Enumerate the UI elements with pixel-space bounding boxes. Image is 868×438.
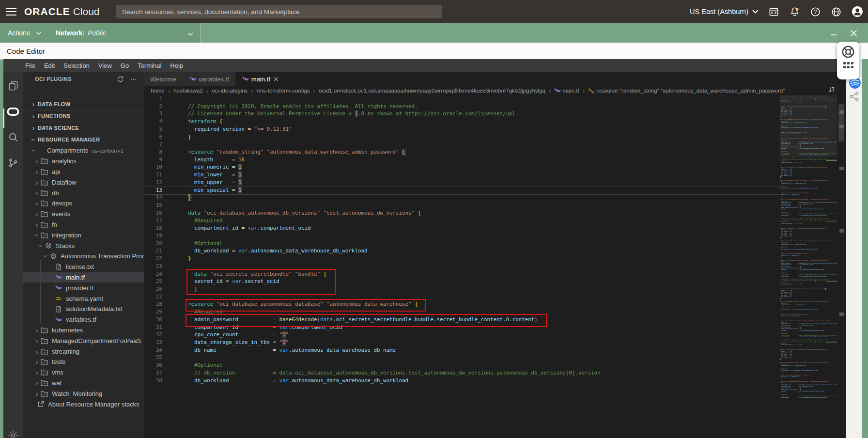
tree-item-license-txt[interactable]: license.txt <box>23 262 144 272</box>
code-editor-window-icon[interactable] <box>768 6 779 17</box>
oracle-cloud-logo[interactable]: ORACLECloud <box>24 6 100 17</box>
folder-icon <box>40 369 48 375</box>
breadcrumb-item[interactable]: resource "random_string" "autonomous_dat… <box>588 88 785 94</box>
code-line: data "oci_database_autonomous_db_version… <box>780 301 837 302</box>
search-icon[interactable] <box>7 131 19 143</box>
life-ring-help-icon[interactable] <box>841 45 855 59</box>
breadcrumb-item[interactable]: oci-ide-plugins <box>212 88 248 94</box>
menu-help[interactable]: Help <box>166 62 187 69</box>
profile-avatar-icon[interactable] <box>852 6 863 17</box>
tf-icon <box>242 76 248 82</box>
code-line: 28resource "oci_database_autonomous_data… <box>144 300 601 308</box>
tree-item-watch-monitoring[interactable]: ›Watch_Monitoring <box>23 388 144 399</box>
tree-item-provider-tf[interactable]: provider.tf <box>23 282 144 293</box>
tf-icon <box>54 284 62 291</box>
tree-item-compartments[interactable]: ›Compartmentsus-ashburn-1 <box>23 145 144 156</box>
tree-item-stacks[interactable]: ›Stacks <box>23 240 144 251</box>
tree-item-solutionmetadata-txt[interactable]: solutionMetadata.txt <box>23 304 144 314</box>
refresh-icon[interactable] <box>117 76 124 83</box>
tree-item-resource-manager[interactable]: ›RESOURCE MANAGER <box>23 134 144 146</box>
chevron-right-icon: › <box>33 168 40 175</box>
tree-item-api[interactable]: ›api <box>23 167 144 177</box>
chevron-right-icon: › <box>33 221 40 228</box>
line-number: 36 <box>144 361 162 369</box>
breadcrumb-item[interactable]: main.tf <box>554 87 579 94</box>
search-input[interactable] <box>116 5 442 18</box>
close-icon[interactable] <box>850 23 857 43</box>
tree-item-devops[interactable]: ›devops <box>23 198 144 209</box>
code-line: 14} <box>144 194 601 202</box>
actions-dropdown[interactable]: Actions <box>0 23 58 43</box>
folder-icon <box>40 380 48 386</box>
tree-item-analytics[interactable]: ›analytics <box>23 156 144 167</box>
breadcrumb-item[interactable]: ocid1.ormstack.oc1.iad.amaaaaaaihuwreyaa… <box>319 88 545 94</box>
tree-item-streaming[interactable]: ›streaming <box>23 346 144 357</box>
tree-item-kubernetes[interactable]: ›kubernetes <box>23 325 144 336</box>
line-number: 19 <box>144 232 162 240</box>
tree-item-fn[interactable]: ›fn <box>23 219 144 230</box>
menu-terminal[interactable]: Terminal <box>133 62 166 69</box>
breadcrumb-item[interactable]: rms-terraform-configs <box>257 88 310 94</box>
tab-welcome[interactable]: Welcome <box>144 72 183 86</box>
tree-item-waf[interactable]: ›waf <box>23 378 144 389</box>
menu-edit[interactable]: Edit <box>40 62 59 69</box>
menu-file[interactable]: File <box>21 62 40 69</box>
tree-item-functions[interactable]: ›FUNCTIONS <box>23 110 144 122</box>
source-control-icon[interactable] <box>7 156 19 169</box>
tree-item-data-flow[interactable]: ›DATA FLOW <box>23 98 144 110</box>
tree-item-autonomous-transaction-proces-[interactable]: ›Autonomous Transaction Proces... <box>23 251 144 262</box>
code-line: // Licensed under the Universal Permissi… <box>780 219 837 221</box>
language-globe-icon[interactable] <box>831 6 842 17</box>
scrollbar-thumb[interactable] <box>838 104 844 141</box>
folder-icon <box>40 232 48 238</box>
breadcrumb-item[interactable]: hoshikawa2 <box>173 88 203 94</box>
tree-item-managedcompartmentforpaas[interactable]: ›ManagedCompartmentForPaaS <box>23 335 144 346</box>
gear-icon[interactable] <box>7 429 19 438</box>
notifications-bell-icon[interactable] <box>789 6 800 17</box>
code-line: resource "oci_database_autonomous_databa… <box>780 320 837 322</box>
menu-go[interactable]: Go <box>116 62 133 69</box>
breadcrumb-item[interactable]: home <box>151 88 165 94</box>
more-actions-icon[interactable] <box>130 76 137 83</box>
tree-item-main-tf[interactable]: main.tf <box>23 272 144 283</box>
line-number: 37 <box>144 369 162 377</box>
tree-item-data-science[interactable]: ›DATA SCIENCE <box>23 122 144 134</box>
minimize-icon[interactable] <box>830 23 837 43</box>
code-line: db_workload = var.autonomous_data_wareho… <box>780 397 837 398</box>
tab-label: Welcome <box>150 76 176 83</box>
region-selector[interactable]: US East (Ashburn) <box>690 8 759 16</box>
tab-variables-tf[interactable]: variables.tf <box>183 72 235 86</box>
code-area[interactable]: 12// Copyright (c) 2020, Oracle and/or i… <box>144 95 846 438</box>
tree-item-teste[interactable]: ›teste <box>23 357 144 367</box>
network-dropdown[interactable]: Network: Public <box>50 23 201 43</box>
tree-item-schema-yaml[interactable]: schema.yaml <box>23 293 144 304</box>
code-line: 22} <box>144 255 601 263</box>
tree-item-db[interactable]: ›db <box>23 188 144 198</box>
files-icon[interactable] <box>7 79 19 92</box>
tree-item-about-resource-manager-stacks[interactable]: About Resource Manager stacks <box>23 399 144 409</box>
apps-grid-icon[interactable] <box>843 62 853 68</box>
region-label: US East (Ashburn) <box>690 8 748 16</box>
tree-item-vms[interactable]: ›vms <box>23 367 144 378</box>
tree-item-variables-tf[interactable]: variables.tf <box>23 314 144 325</box>
tree-item-events[interactable]: ›events <box>23 209 144 219</box>
tree-item-dataflow[interactable]: ›Dataflow <box>23 177 144 188</box>
split-editor-icon[interactable] <box>828 85 836 94</box>
menu-view[interactable]: View <box>94 62 116 69</box>
code-line: 5 required_version = ">= 0.12.31" <box>144 125 601 133</box>
minimap[interactable]: // Copyright (c) 2020, Oracle and/or its… <box>780 95 837 438</box>
vertical-scrollbar[interactable] <box>838 95 845 438</box>
tree-item-label: waf <box>52 379 62 387</box>
yaml-icon <box>54 296 62 301</box>
hamburger-icon[interactable] <box>6 8 16 16</box>
tab-main-tf[interactable]: main.tf <box>236 72 285 86</box>
overview-ruler-mark <box>839 110 844 114</box>
help-icon[interactable]: ? <box>810 6 821 17</box>
tree-item-integration[interactable]: ›integration <box>23 230 144 240</box>
menu-selection[interactable]: Selection <box>59 62 93 69</box>
code-line: data "oci_database_autonomous_db_version… <box>780 362 837 363</box>
oracle-plugins-icon[interactable] <box>7 105 19 118</box>
share-graph-icon[interactable] <box>849 91 860 102</box>
close-icon[interactable] <box>273 77 279 82</box>
code-line: 33 data_storage_size_in_tbs = "1" <box>144 339 601 346</box>
